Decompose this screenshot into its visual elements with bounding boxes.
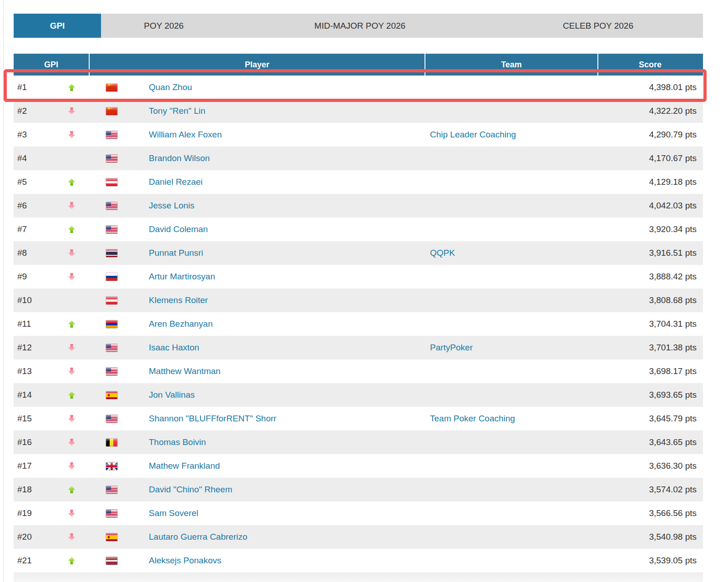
player-row: #7 David Coleman 3,920.34 pts <box>14 218 703 241</box>
tab-mid-major-poy-2026[interactable]: MID-MAJOR POY 2026 <box>227 14 493 38</box>
score-value: 3,916.51 pts <box>598 248 703 258</box>
flag-us-icon <box>106 486 118 494</box>
score-value: 3,574.02 pts <box>598 485 703 495</box>
flag-at-icon <box>106 178 118 187</box>
rank-label: #5 <box>17 177 68 187</box>
player-name-link[interactable]: David Coleman <box>149 224 208 234</box>
player-row: #20 Lautaro Guerra Cabrerizo 3,540.98 pt… <box>14 525 703 549</box>
player-row: #1 Quan Zhou 4,398.01 pts <box>14 76 703 99</box>
header-score: Score <box>598 54 702 76</box>
player-name-link[interactable]: Isaac Haxton <box>149 343 199 353</box>
table-body: #1 Quan Zhou 4,398.01 pts #2 Tony "Ren" … <box>14 76 703 572</box>
player-name-link[interactable]: Punnat Punsri <box>149 248 203 258</box>
flag-lv-icon <box>106 557 118 565</box>
team-link[interactable]: QQPK <box>430 248 455 258</box>
rank-label: #20 <box>17 532 68 542</box>
rank-up-icon <box>68 320 75 328</box>
score-value: 4,290.79 pts <box>598 130 703 140</box>
player-name-link[interactable]: Mathew Frankland <box>149 461 220 471</box>
team-link[interactable]: Team Poker Coaching <box>430 414 515 423</box>
flag-cn-icon <box>106 107 118 116</box>
tab-poy-2026[interactable]: POY 2026 <box>101 14 227 38</box>
score-value: 3,701.38 pts <box>598 343 703 353</box>
rank-down-icon <box>68 344 75 351</box>
player-name-link[interactable]: Klemens Roiter <box>149 295 208 305</box>
score-value: 3,693.65 pts <box>598 390 703 400</box>
rank-label: #3 <box>17 130 68 140</box>
rank-label: #2 <box>17 106 68 116</box>
ranking-tabs: GPI POY 2026 MID-MAJOR POY 2026 CELEB PO… <box>14 14 703 38</box>
player-name-link[interactable]: Quan Zhou <box>149 82 192 92</box>
player-name-link[interactable]: Brandon Wilson <box>149 153 210 163</box>
rank-label: #9 <box>17 272 68 282</box>
player-row: #10 Klemens Roiter 3,808.68 pts <box>14 288 703 312</box>
rank-down-icon <box>68 510 75 517</box>
player-name-link[interactable]: Matthew Wantman <box>149 366 221 376</box>
flag-th-icon <box>106 249 118 258</box>
rank-label: #19 <box>17 508 68 518</box>
player-row: #17 Mathew Frankland 3,636.30 pts <box>14 454 703 478</box>
player-row: #19 Sam Soverel 3,566.56 pts <box>14 501 703 525</box>
player-name-link[interactable]: Thomas Boivin <box>149 437 206 447</box>
score-value: 3,704.31 pts <box>598 319 703 329</box>
score-value: 3,808.68 pts <box>598 295 703 305</box>
rank-label: #16 <box>17 437 68 447</box>
player-name-link[interactable]: Jon Vallinas <box>149 390 195 400</box>
rank-up-icon <box>68 557 75 564</box>
flag-us-icon <box>106 344 118 352</box>
tab-gpi[interactable]: GPI <box>14 14 101 38</box>
header-team: Team <box>425 54 598 76</box>
header-gpi: GPI <box>14 54 90 76</box>
rank-label: #7 <box>17 224 68 234</box>
flag-gb-icon <box>106 462 118 471</box>
player-name-link[interactable]: Aleksejs Ponakovs <box>149 556 221 566</box>
flag-us-icon <box>106 509 118 518</box>
tab-celeb-poy-2026[interactable]: CELEB POY 2026 <box>493 14 703 38</box>
player-row: #21 Aleksejs Ponakovs 3,539.05 pts <box>14 549 703 572</box>
score-value: 3,636.30 pts <box>598 461 703 471</box>
player-row: #12 Isaac Haxton PartyPoker 3,701.38 pts <box>14 336 703 359</box>
score-value: 3,643.65 pts <box>598 437 703 447</box>
score-value: 4,322.20 pts <box>598 106 703 116</box>
player-row: #13 Matthew Wantman 3,698.17 pts <box>14 359 703 383</box>
rank-down-icon <box>68 368 75 375</box>
rank-up-icon <box>68 391 75 399</box>
score-value: 4,129.18 pts <box>598 177 703 187</box>
player-name-link[interactable]: Daniel Rezaei <box>149 177 202 187</box>
player-name-link[interactable]: Jesse Lonis <box>149 201 194 211</box>
player-name-link[interactable]: William Alex Foxen <box>149 130 222 140</box>
player-row: #16 Thomas Boivin 3,643.65 pts <box>14 430 703 454</box>
score-value: 3,698.17 pts <box>598 366 703 376</box>
player-row: #2 Tony "Ren" Lin 4,322.20 pts <box>14 99 703 123</box>
score-value: 3,539.05 pts <box>598 556 703 566</box>
rank-label: #21 <box>17 556 68 566</box>
rank-down-icon <box>68 202 75 209</box>
rank-up-icon <box>68 226 75 233</box>
player-name-link[interactable]: Shannon "BLUFFforRENT" Shorr <box>149 414 277 424</box>
page-left-border <box>3 0 4 582</box>
player-row: #15 Shannon "BLUFFforRENT" Shorr Team Po… <box>14 407 703 430</box>
flag-be-icon <box>106 438 118 447</box>
player-row: #8 Punnat Punsri QQPK 3,916.51 pts <box>14 241 703 265</box>
flag-cn-icon <box>106 83 118 92</box>
rank-up-icon <box>68 84 75 91</box>
flag-at-icon <box>106 296 118 305</box>
player-name-link[interactable]: Artur Martirosyan <box>149 272 215 282</box>
rank-label: #15 <box>17 414 68 424</box>
player-row: #3 William Alex Foxen Chip Leader Coachi… <box>14 123 703 147</box>
table-header-row: GPI Player Team Score <box>14 54 703 76</box>
rank-label: #14 <box>17 390 68 400</box>
rank-label: #11 <box>17 319 68 329</box>
score-value: 4,042.03 pts <box>598 201 703 211</box>
player-name-link[interactable]: Aren Bezhanyan <box>149 319 213 329</box>
player-name-link[interactable]: David "Chino" Rheem <box>149 485 233 495</box>
rank-up-icon <box>68 486 75 493</box>
rank-up-icon <box>68 178 75 186</box>
rank-label: #13 <box>17 366 68 376</box>
player-name-link[interactable]: Sam Soverel <box>149 508 198 518</box>
rank-down-icon <box>68 533 75 541</box>
player-name-link[interactable]: Tony "Ren" Lin <box>149 106 205 116</box>
team-link[interactable]: Chip Leader Coaching <box>430 130 516 139</box>
team-link[interactable]: PartyPoker <box>430 343 473 352</box>
player-name-link[interactable]: Lautaro Guerra Cabrerizo <box>149 532 248 542</box>
